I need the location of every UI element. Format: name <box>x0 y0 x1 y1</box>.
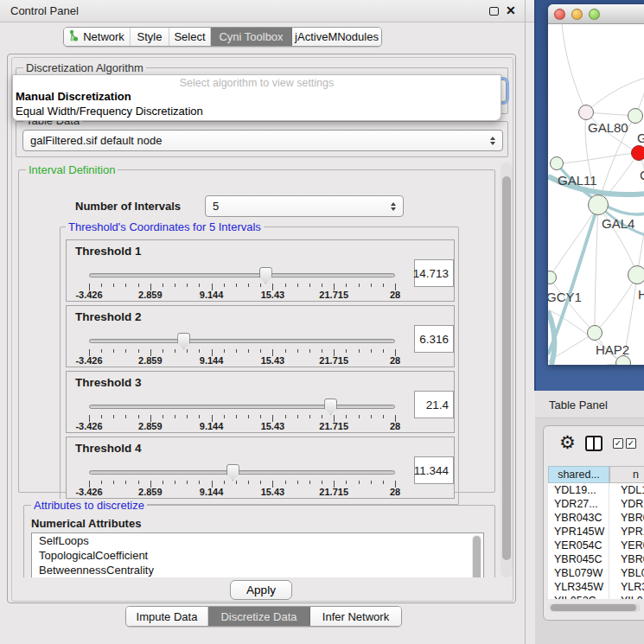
network-node-gal80[interactable] <box>578 105 594 120</box>
slider-tick-label: 9.144 <box>200 355 224 366</box>
apply-button[interactable]: Apply <box>230 580 292 600</box>
table-horizontal-scrollbar[interactable] <box>549 603 641 612</box>
tab-label: Select <box>174 30 205 43</box>
threshold-slider-thumb[interactable] <box>324 399 337 415</box>
combo-arrows-icon <box>391 202 396 211</box>
network-node-gal4[interactable] <box>588 194 609 215</box>
network-window-titlebar[interactable] <box>548 4 644 24</box>
number-of-intervals-combobox[interactable]: 5 <box>205 195 404 217</box>
table-row[interactable]: YLR345WYLR3 <box>548 580 644 594</box>
table-data-value: galFiltered.sif default node <box>30 134 162 147</box>
slider-tick <box>359 415 360 418</box>
cell-shared-name: YDR27... <box>548 497 609 511</box>
table-data-combobox[interactable]: galFiltered.sif default node <box>22 130 503 151</box>
table-row[interactable]: YDR27...YDR2 <box>548 497 644 511</box>
tab-infer-network[interactable]: Infer Network <box>310 607 401 626</box>
table-panel-header: Table Panel <box>535 391 644 418</box>
slider-tick <box>248 284 249 287</box>
cell-shared-name: YIL052C <box>548 594 609 599</box>
network-node-hap2[interactable] <box>587 325 603 341</box>
tab-network[interactable]: Network <box>64 28 131 46</box>
threshold-slider-track[interactable] <box>89 470 395 475</box>
threshold-slider-thumb[interactable] <box>259 267 272 284</box>
slider-tick <box>199 481 200 484</box>
algorithm-dropdown-menu: Select algorithm to view settings Manual… <box>12 74 501 121</box>
cell-name: YBL0 <box>609 566 644 580</box>
table-horizontal-scrollbar-thumb[interactable] <box>551 604 636 611</box>
attribute-item-selfloops[interactable]: SelfLoops <box>32 533 483 548</box>
tab-select[interactable]: Select <box>169 28 211 46</box>
threshold-slider-track[interactable] <box>89 273 395 277</box>
attribute-item-topologicalcoefficient[interactable]: TopologicalCoefficient <box>32 548 483 563</box>
table-row[interactable]: YIL052CYIL0 <box>548 594 644 599</box>
settings-scrollbar-thumb[interactable] <box>502 176 511 560</box>
slider-tick <box>175 284 175 287</box>
select-all-checkbox-icon[interactable]: ✓ <box>613 438 623 449</box>
cell-name: YLR3 <box>609 580 644 594</box>
column-header-shared[interactable]: shared... <box>548 466 609 483</box>
threshold-slider-thumb[interactable] <box>226 464 239 481</box>
close-traffic-icon[interactable] <box>554 9 565 20</box>
tab-discretize-data[interactable]: Discretize Data <box>208 607 310 626</box>
slider-tick <box>309 481 310 484</box>
threshold-panel-2: Threshold 2-3.4262.8599.14415.4321.71528… <box>66 305 455 367</box>
numerical-attributes-list[interactable]: SelfLoopsTopologicalCoefficientBetweenne… <box>31 532 484 577</box>
gear-icon[interactable]: ⚙ <box>559 433 576 451</box>
threshold-value-field[interactable]: 6.316 <box>414 325 454 353</box>
slider-tick <box>322 349 322 353</box>
select-checkbox-icon[interactable]: ✓ <box>626 438 636 449</box>
column-header-n[interactable]: n <box>609 466 644 483</box>
network-node-gal11[interactable] <box>550 156 564 170</box>
tab-impute-data[interactable]: Impute Data <box>126 607 208 626</box>
numerical-attributes-label: Numerical Attributes <box>31 517 141 530</box>
table-row[interactable]: YBR043CYBR0 <box>548 511 644 525</box>
attribute-item-betweennesscentrality[interactable]: BetweennessCentrality <box>32 563 483 577</box>
slider-tick <box>371 284 372 287</box>
table-row[interactable]: YER054CYER0 <box>548 539 644 552</box>
menu-item-equal-width-frequency-discretization[interactable]: Equal Width/Frequency Discretization <box>13 104 501 118</box>
minimize-traffic-icon[interactable] <box>571 9 583 20</box>
network-canvas[interactable]: GAL80GCGAL11GAL4GCY1HHAP2 <box>548 24 644 365</box>
panel-splitter[interactable] <box>525 0 526 644</box>
table-row[interactable]: YBL079WYBL0 <box>548 566 644 580</box>
slider-tick <box>346 349 347 353</box>
threshold-slider-track[interactable] <box>89 339 395 343</box>
node-label: H <box>638 287 644 302</box>
slider-tick <box>383 284 384 287</box>
column-layout-icon[interactable] <box>585 436 603 451</box>
attributes-list-scrollbar[interactable] <box>472 535 481 577</box>
tab-cyni-toolbox[interactable]: Cyni Toolbox <box>211 28 292 46</box>
zoom-traffic-icon[interactable] <box>589 9 600 20</box>
slider-tick <box>175 415 175 418</box>
threshold-value-field[interactable]: 11.344 <box>414 456 454 484</box>
network-node-h[interactable] <box>628 265 644 284</box>
threshold-value-field[interactable]: 14.713 <box>414 259 454 287</box>
threshold-panel-3: Threshold 3-3.4262.8599.14415.4321.71528… <box>66 371 455 433</box>
slider-tick-label: 15.43 <box>261 421 285 431</box>
float-window-icon[interactable] <box>489 7 499 16</box>
interval-definition-group: Interval Definition Number of Intervals … <box>18 169 495 493</box>
network-node-g[interactable] <box>628 108 643 124</box>
close-icon[interactable]: ✕ <box>506 3 516 17</box>
threshold-panel-4: Threshold 4-3.4262.8599.14415.4321.71528… <box>66 437 455 499</box>
tab-label: Cyni Toolbox <box>219 30 283 43</box>
slider-tick <box>138 415 139 418</box>
threshold-slider-thumb[interactable] <box>177 333 190 349</box>
settings-scrollbar[interactable] <box>501 163 513 577</box>
algorithm-menu-hint: Select algorithm to view settings <box>13 75 501 89</box>
attributes-list-scrollbar-thumb[interactable] <box>473 536 481 577</box>
tab-style[interactable]: Style <box>131 28 169 46</box>
tab-jactivemnodules[interactable]: jActiveMNodules <box>292 28 381 46</box>
threshold-value-field[interactable]: 21.4 <box>414 391 454 418</box>
threshold-slider-track[interactable] <box>89 405 395 409</box>
slider-tick <box>125 284 126 287</box>
table-row[interactable]: YDL19...YDL1 <box>548 483 644 497</box>
network-node-c[interactable] <box>631 145 644 161</box>
slider-tick <box>175 349 175 353</box>
table-rows: YDL19...YDL1YDR27...YDR2YBR043CYBR0YPR14… <box>548 483 644 599</box>
menu-item-manual-discretization[interactable]: Manual Discretization <box>13 89 501 104</box>
table-row[interactable]: YBR045CYBR0 <box>548 552 644 566</box>
network-view-window[interactable]: GAL80GCGAL11GAL4GCY1HHAP2 <box>548 4 644 365</box>
network-node[interactable] <box>615 355 631 365</box>
table-row[interactable]: YPR145WYPR1 <box>548 525 644 539</box>
